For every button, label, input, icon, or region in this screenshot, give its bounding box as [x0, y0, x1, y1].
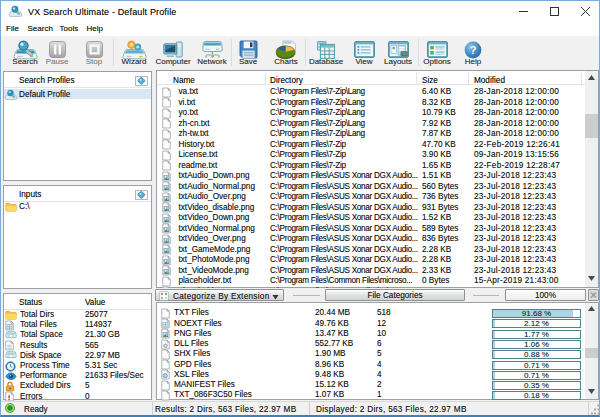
svg-text:10: 10: [401, 51, 406, 56]
svg-text:?: ?: [469, 44, 476, 56]
